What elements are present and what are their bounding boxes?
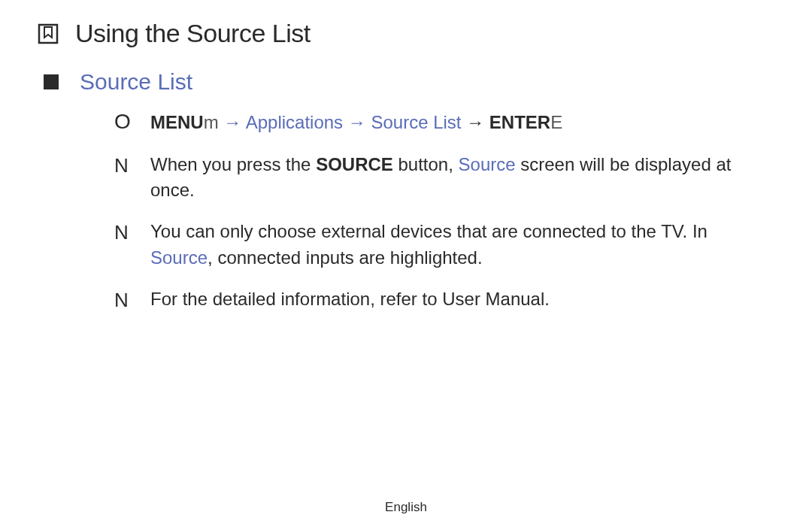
o-marker: O bbox=[114, 110, 150, 134]
nav-applications: Applications bbox=[246, 112, 343, 132]
square-bullet-icon bbox=[44, 74, 59, 89]
note-row-2: N You can only choose external devices t… bbox=[114, 219, 767, 271]
note-row-1: N When you press the SOURCE button, Sour… bbox=[114, 152, 767, 204]
nav-menu-label: MENU bbox=[150, 112, 204, 132]
bookmark-icon bbox=[38, 23, 59, 44]
note1-source-button: SOURCE bbox=[316, 154, 393, 174]
page-title-row: Using the Source List bbox=[38, 19, 767, 48]
section-heading: Source List bbox=[80, 69, 192, 95]
nav-arrow-3: → bbox=[462, 112, 489, 132]
note2-part-b: , connected inputs are highlighted. bbox=[208, 247, 483, 268]
nav-menu-suffix: m bbox=[204, 112, 219, 132]
n-marker: N bbox=[114, 219, 150, 247]
note-row-3: N For the detailed information, refer to… bbox=[114, 286, 767, 315]
note2-source-word: Source bbox=[150, 247, 208, 268]
navigation-path: MENUm → Applications → Source List → ENT… bbox=[150, 110, 562, 135]
n-marker: N bbox=[114, 152, 150, 180]
note1-source-word: Source bbox=[459, 154, 516, 174]
nav-enter-label: ENTER bbox=[489, 112, 550, 132]
content-block: O MENUm → Applications → Source List → E… bbox=[114, 110, 767, 314]
nav-source-list: Source List bbox=[371, 112, 461, 132]
note2-part-a: You can only choose external devices tha… bbox=[150, 221, 707, 241]
section-heading-row: Source List bbox=[44, 69, 767, 95]
page-title: Using the Source List bbox=[75, 19, 311, 48]
note-text-1: When you press the SOURCE button, Source… bbox=[150, 152, 767, 204]
note-text-2: You can only choose external devices tha… bbox=[150, 219, 767, 271]
note1-part-b: button, bbox=[393, 154, 459, 174]
note1-part-a: When you press the bbox=[150, 154, 316, 174]
n-marker: N bbox=[114, 286, 150, 315]
nav-enter-suffix: E bbox=[550, 112, 562, 132]
footer-language: English bbox=[0, 500, 812, 515]
nav-arrow-1: → bbox=[219, 112, 246, 132]
nav-arrow-2: → bbox=[343, 112, 371, 132]
note-text-3: For the detailed information, refer to U… bbox=[150, 286, 767, 313]
navigation-path-row: O MENUm → Applications → Source List → E… bbox=[114, 110, 767, 135]
